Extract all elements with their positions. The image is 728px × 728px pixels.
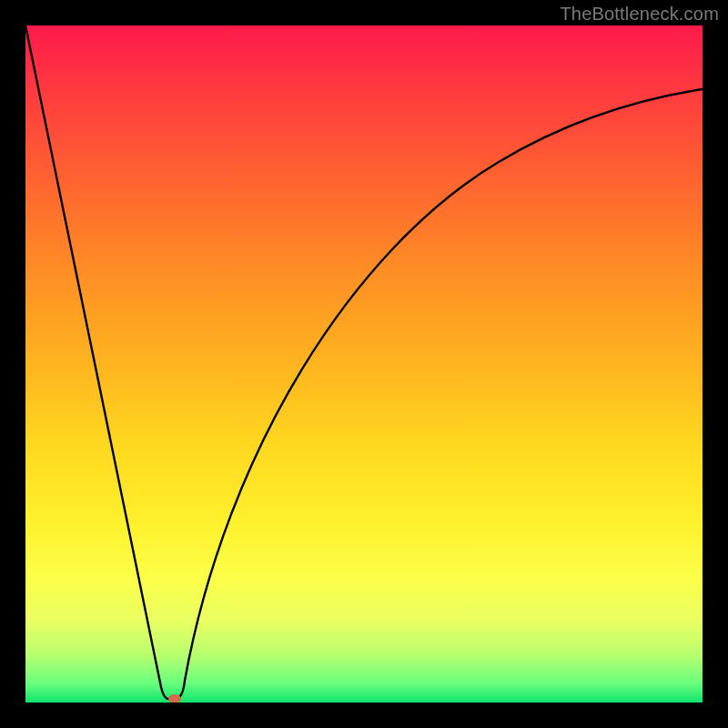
watermark-text: TheBottleneck.com [560,4,719,25]
chart-frame: TheBottleneck.com [0,0,728,728]
plot-area [25,25,703,703]
marker-dot [168,694,181,703]
curve-path [25,25,703,699]
bottleneck-curve [25,25,703,703]
